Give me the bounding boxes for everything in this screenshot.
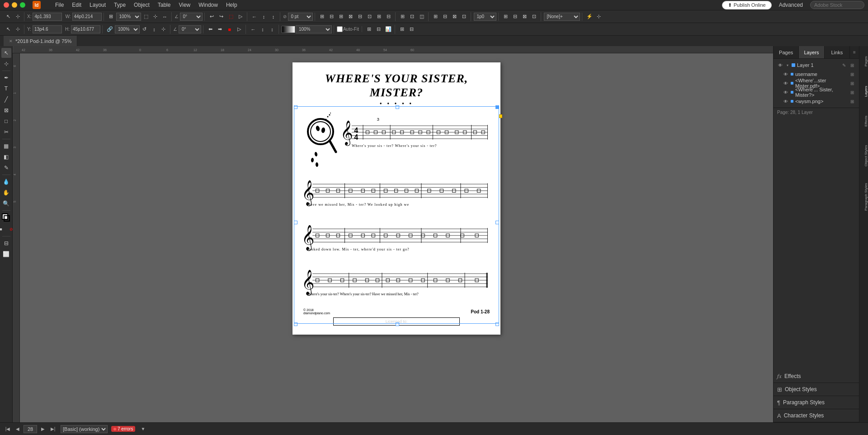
sublayer-sister[interactable]: 👁 <Where'... Sister, Mister?> ⊞ <box>774 88 859 97</box>
w-value-input[interactable] <box>72 13 102 21</box>
username-lock-btn[interactable]: ⊞ <box>849 71 855 77</box>
spacing-btn1[interactable]: ⊞ <box>431 12 440 21</box>
layer-1-visibility-btn[interactable]: 👁 <box>777 62 783 68</box>
direct-select-btn[interactable]: ⊹ <box>13 12 22 21</box>
pdf-edit-btn[interactable] <box>841 80 847 86</box>
view2-btn2[interactable]: ⊟ <box>407 25 416 34</box>
prev-page-btn[interactable]: ◀ <box>14 425 22 433</box>
document-mode-select[interactable]: [Basic] (working) <box>61 425 108 433</box>
object-styles-header[interactable]: ⊞ Object Styles <box>774 383 859 396</box>
extra-btn2[interactable]: ⊹ <box>594 12 604 21</box>
y-value-input[interactable] <box>33 25 62 33</box>
align-bottom-btn[interactable]: ⊡ <box>365 12 374 21</box>
stroke3-btn1[interactable]: ← <box>249 25 258 34</box>
menu-object[interactable]: Object <box>130 1 153 9</box>
autofit-checkbox[interactable] <box>337 26 343 32</box>
fill-select[interactable]: 100% <box>296 25 332 33</box>
color-swatch[interactable]: ■ <box>225 25 234 34</box>
shear-btn[interactable]: ⊹ <box>159 25 168 34</box>
direct-select2-btn[interactable]: ⊹ <box>13 25 22 34</box>
sister-lock-btn[interactable]: ⊞ <box>849 89 855 95</box>
stroke-weight-select[interactable]: 0 pt <box>288 13 313 21</box>
view-btn3[interactable]: ⊠ <box>520 12 529 21</box>
layers-icon-btn[interactable]: Layers <box>860 78 868 105</box>
align-top-btn[interactable]: ⊠ <box>346 12 355 21</box>
rect-tool[interactable]: □ <box>1 116 11 126</box>
hand-tool[interactable]: ✋ <box>1 188 11 198</box>
layer-1-lock-btn[interactable]: ⊞ <box>849 62 855 68</box>
png-visibility-btn[interactable]: 👁 <box>783 98 789 104</box>
error-badge[interactable]: 7 errors <box>111 426 135 432</box>
flip-h-btn[interactable]: ↔ <box>160 12 170 21</box>
menu-window[interactable]: Window <box>195 1 222 9</box>
spacing-btn3[interactable]: ⊠ <box>450 12 459 21</box>
arrow-l-btn[interactable]: ⬅ <box>206 25 215 34</box>
tab-links[interactable]: Links <box>825 46 850 58</box>
menu-view[interactable]: View <box>175 1 194 9</box>
view-btn4[interactable]: ⊡ <box>530 12 539 21</box>
style-select[interactable]: [None]+ <box>544 13 580 21</box>
spacing-btn2[interactable]: ⊟ <box>441 12 450 21</box>
miter-select[interactable]: 1p0 <box>474 13 496 21</box>
tab-pages[interactable]: Pages <box>774 46 799 58</box>
arrow-r-btn[interactable]: ➡ <box>216 25 225 34</box>
next-page-btn[interactable]: ▶ <box>39 425 47 433</box>
close-button[interactable] <box>4 2 9 8</box>
select-tool[interactable]: ↖ <box>1 48 11 58</box>
gradient-feather-tool[interactable]: ◧ <box>1 152 11 162</box>
menu-edit[interactable]: Edit <box>68 1 85 9</box>
eyedropper-tool[interactable]: 💧 <box>1 177 11 187</box>
corner-btn2[interactable]: ⊡ <box>408 12 417 21</box>
sister-visibility-btn[interactable]: 👁 <box>783 89 789 95</box>
effects-panel-header[interactable]: 𝑓𝑥 Effects <box>774 370 859 383</box>
paragraph-styles-header[interactable]: ¶ Paragraph Styles <box>774 396 859 409</box>
page-number-input[interactable] <box>24 425 37 433</box>
view-btn1[interactable]: ⊞ <box>501 12 510 21</box>
document-page[interactable]: Where's Your Sister,Mister? • • • • • <box>292 62 500 335</box>
line-tool[interactable]: ╱ <box>1 95 11 104</box>
paragraph-styles-icon-btn[interactable]: Paragraph Styles <box>860 176 868 217</box>
preflight-options-btn[interactable]: ▼ <box>139 425 147 433</box>
maximize-button[interactable] <box>20 2 25 8</box>
select-tool-btn[interactable]: ↖ <box>4 12 13 21</box>
align-right-btn[interactable]: ⊞ <box>337 12 346 21</box>
publish-online-button[interactable]: ⬆ Publish Online <box>722 1 772 9</box>
arrow-start-btn[interactable]: ← <box>250 12 259 21</box>
view2-btn1[interactable]: ⊞ <box>398 25 407 34</box>
png-edit-btn[interactable] <box>841 98 847 104</box>
tab-close-btn[interactable]: ✕ <box>9 39 13 43</box>
arrow-end-btn[interactable]: ▷ <box>235 25 244 34</box>
menu-help[interactable]: Help <box>222 1 241 9</box>
distribute-h-btn[interactable]: ⊟ <box>384 12 393 21</box>
spacing-btn4[interactable]: ⊡ <box>460 12 469 21</box>
pct1-select[interactable]: 100% <box>116 13 141 21</box>
search-stock-input[interactable] <box>810 1 864 9</box>
panel-menu-btn[interactable]: ≡ <box>850 46 859 58</box>
pdf-lock-btn[interactable]: ⊞ <box>849 80 855 86</box>
distribute-btn[interactable]: ↕ <box>259 12 269 21</box>
character-styles-header[interactable]: A Character Styles <box>774 409 859 422</box>
object-styles-icon-btn[interactable]: Object Styles <box>860 137 868 174</box>
effects-icon-btn[interactable]: Effects <box>860 108 868 135</box>
col-btn3[interactable]: 📊 <box>384 25 393 34</box>
flip-v-btn[interactable]: ↕ <box>150 25 159 34</box>
constrain-btn[interactable]: 🔗 <box>105 25 114 34</box>
align-btn[interactable]: ↕ <box>269 12 278 21</box>
fill-swatch[interactable] <box>282 26 295 33</box>
align-mid-btn[interactable]: ⊟ <box>356 12 365 21</box>
screen-mode-btn[interactable]: ⬜ <box>1 249 11 259</box>
transform3-btn[interactable]: ⊹ <box>151 12 160 21</box>
pen-tool[interactable]: ✒ <box>1 73 11 83</box>
stroke-btn2[interactable]: ▷ <box>236 12 245 21</box>
menu-layout[interactable]: Layout <box>86 1 109 9</box>
extra-btn1[interactable]: ⚡ <box>585 12 594 21</box>
scissors-tool[interactable]: ✂ <box>1 127 11 137</box>
angle1-select[interactable]: 0° <box>180 13 203 21</box>
tab-layers[interactable]: Layers <box>799 46 824 58</box>
zoom-tool[interactable]: 🔍 <box>1 199 11 208</box>
advanced-button[interactable]: Advanced <box>779 2 803 8</box>
col-btn2[interactable]: ⊟ <box>374 25 383 34</box>
h-value-input[interactable] <box>71 25 100 33</box>
selection-handle-ml[interactable] <box>294 221 297 224</box>
direct-select-tool[interactable]: ⊹ <box>1 59 11 69</box>
